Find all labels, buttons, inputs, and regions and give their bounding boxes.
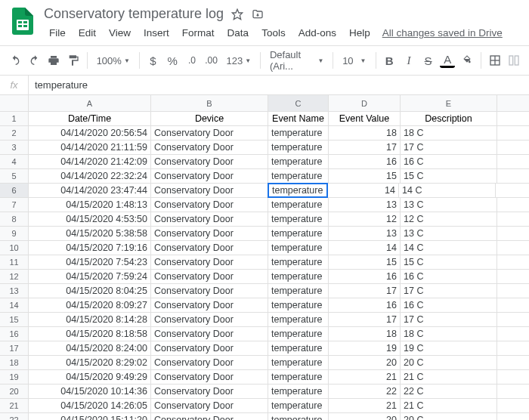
- cell[interactable]: temperature: [268, 399, 329, 412]
- cell[interactable]: Conservatory Door: [151, 384, 268, 398]
- cell[interactable]: Conservatory Door: [151, 184, 268, 197]
- cell[interactable]: temperature: [268, 270, 329, 283]
- menu-help[interactable]: Help: [344, 25, 376, 41]
- cell[interactable]: Device: [151, 112, 268, 125]
- cell[interactable]: Description: [401, 112, 497, 125]
- zoom-select[interactable]: 100%▼: [94, 51, 133, 70]
- cell[interactable]: 17: [329, 313, 401, 326]
- menu-data[interactable]: Data: [222, 25, 255, 41]
- cell[interactable]: Conservatory Door: [151, 413, 268, 420]
- cell[interactable]: 16: [329, 270, 401, 283]
- cell[interactable]: temperature: [268, 241, 329, 255]
- cell[interactable]: temperature: [268, 370, 329, 384]
- row-header[interactable]: 22: [0, 413, 29, 420]
- row-header[interactable]: 11: [0, 255, 29, 269]
- cell[interactable]: temperature: [268, 356, 329, 369]
- cell[interactable]: temperature: [268, 284, 329, 298]
- menu-format[interactable]: Format: [177, 25, 220, 41]
- spreadsheet-grid[interactable]: A B C D E 1 Date/Time Device Event Name …: [0, 95, 529, 420]
- cell[interactable]: 21: [329, 399, 401, 412]
- cell[interactable]: Conservatory Door: [151, 298, 268, 312]
- cell[interactable]: 18: [329, 126, 401, 140]
- save-status[interactable]: All changes saved in Drive: [382, 27, 503, 39]
- row-header[interactable]: 8: [0, 212, 29, 226]
- cell[interactable]: temperature: [268, 183, 328, 198]
- col-header-B[interactable]: B: [151, 95, 268, 111]
- cell[interactable]: 14: [327, 184, 399, 197]
- cell[interactable]: Conservatory Door: [151, 370, 268, 384]
- cell[interactable]: 16 C: [401, 155, 497, 168]
- cell[interactable]: 22 C: [401, 384, 497, 398]
- cell[interactable]: 15 C: [401, 169, 497, 183]
- menu-tools[interactable]: Tools: [256, 25, 291, 41]
- cell[interactable]: 15: [329, 169, 401, 183]
- cell[interactable]: 04/15/2020 7:19:16: [29, 241, 151, 255]
- cell[interactable]: 21 C: [401, 370, 497, 384]
- cell[interactable]: 17: [329, 284, 401, 298]
- row-header[interactable]: 2: [0, 126, 29, 140]
- cell[interactable]: Conservatory Door: [151, 141, 268, 154]
- cell[interactable]: 14 C: [401, 241, 497, 255]
- cell[interactable]: 04/14/2020 20:56:54: [29, 126, 151, 140]
- cell[interactable]: 16: [329, 155, 401, 168]
- menu-edit[interactable]: Edit: [73, 25, 101, 41]
- font-size-select[interactable]: 10▼: [339, 51, 369, 70]
- cell[interactable]: 04/15/2020 10:14:36: [29, 384, 151, 398]
- cell[interactable]: 04/15/2020 8:24:00: [29, 341, 151, 355]
- row-header-1[interactable]: 1: [0, 112, 29, 125]
- strike-button[interactable]: S: [421, 50, 436, 71]
- cell[interactable]: 17 C: [401, 141, 497, 154]
- row-header[interactable]: 3: [0, 141, 29, 154]
- row-header[interactable]: 5: [0, 169, 29, 183]
- folder-move-icon[interactable]: [251, 8, 264, 20]
- cell[interactable]: temperature: [268, 212, 329, 226]
- cell[interactable]: 04/15/2020 15:11:20: [29, 413, 151, 420]
- cell[interactable]: 20: [329, 413, 401, 420]
- sheets-logo[interactable]: [8, 6, 38, 36]
- row-header[interactable]: 14: [0, 298, 29, 312]
- cell[interactable]: Event Value: [329, 112, 401, 125]
- percent-button[interactable]: %: [165, 50, 180, 71]
- cell[interactable]: 16: [329, 298, 401, 312]
- cell[interactable]: temperature: [268, 198, 329, 212]
- cell[interactable]: 04/15/2020 8:14:28: [29, 313, 151, 326]
- row-header[interactable]: 10: [0, 241, 29, 255]
- cell[interactable]: 20 C: [401, 356, 497, 369]
- cell[interactable]: temperature: [268, 126, 329, 140]
- doc-title[interactable]: Conservatory temperature log: [44, 6, 224, 22]
- cell[interactable]: 04/14/2020 22:32:24: [29, 169, 151, 183]
- cell[interactable]: 17 C: [401, 313, 497, 326]
- formula-bar[interactable]: temperature: [29, 79, 529, 91]
- row-header[interactable]: 20: [0, 384, 29, 398]
- row-header[interactable]: 17: [0, 341, 29, 355]
- cell[interactable]: 17: [329, 141, 401, 154]
- row-header[interactable]: 15: [0, 313, 29, 326]
- cell[interactable]: Conservatory Door: [151, 241, 268, 255]
- col-header-A[interactable]: A: [29, 95, 151, 111]
- decimal-inc-button[interactable]: .00: [204, 50, 219, 71]
- cell[interactable]: Conservatory Door: [151, 255, 268, 269]
- cell[interactable]: 18 C: [401, 327, 497, 341]
- cell[interactable]: 12 C: [401, 212, 497, 226]
- cell[interactable]: Conservatory Door: [151, 327, 268, 341]
- cell[interactable]: 13: [329, 227, 401, 240]
- text-color-button[interactable]: A: [440, 53, 455, 68]
- print-icon[interactable]: [46, 50, 61, 71]
- cell[interactable]: Date/Time: [29, 112, 151, 125]
- cell[interactable]: Event Name: [268, 112, 329, 125]
- cell[interactable]: Conservatory Door: [151, 169, 268, 183]
- fill-color-button[interactable]: [459, 50, 475, 71]
- cell[interactable]: 04/15/2020 8:09:27: [29, 298, 151, 312]
- cell[interactable]: 14 C: [399, 184, 496, 197]
- italic-button[interactable]: I: [401, 50, 416, 71]
- row-header[interactable]: 7: [0, 198, 29, 212]
- decimal-dec-button[interactable]: .0: [184, 50, 200, 71]
- cell[interactable]: temperature: [268, 255, 329, 269]
- cell[interactable]: 04/14/2020 23:47:44: [29, 184, 151, 197]
- cell[interactable]: Conservatory Door: [151, 284, 268, 298]
- cell[interactable]: 22: [329, 384, 401, 398]
- cell[interactable]: 18 C: [401, 126, 497, 140]
- cell[interactable]: 21: [329, 370, 401, 384]
- star-icon[interactable]: [231, 8, 243, 20]
- cell[interactable]: temperature: [268, 327, 329, 341]
